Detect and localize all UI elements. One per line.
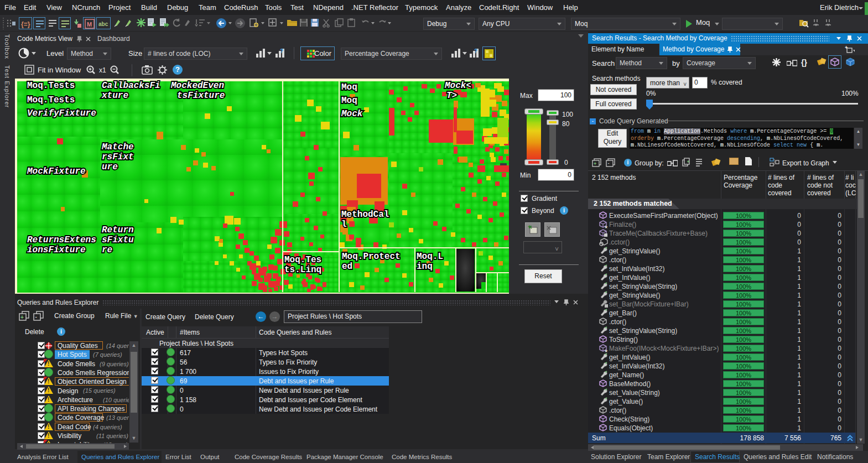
svg-text:xture: xture <box>101 91 128 101</box>
svg-text:+: + <box>20 314 24 320</box>
svg-text:+: + <box>845 45 848 50</box>
svg-text:Moq.Tests: Moq.Tests <box>27 81 75 91</box>
svg-text:ionsFixture: ionsFixture <box>27 245 86 255</box>
svg-text:MockedEven: MockedEven <box>170 81 224 91</box>
svg-text:{=}: {=} <box>21 20 30 28</box>
svg-text:ts.Linq: ts.Linq <box>284 265 321 275</box>
svg-text:rsFixt: rsFixt <box>102 152 134 162</box>
svg-text:Moq.Tes: Moq.Tes <box>284 255 321 265</box>
svg-text:Matche: Matche <box>101 142 134 152</box>
svg-text:?: ? <box>280 48 283 54</box>
svg-text:?: ? <box>474 48 477 54</box>
svg-text:+: + <box>528 224 531 230</box>
svg-text:ure: ure <box>102 162 118 172</box>
svg-text:Moq: Moq <box>341 96 357 106</box>
svg-text:Moq.Tests: Moq.Tests <box>27 95 75 105</box>
svg-text:T>: T> <box>446 91 457 101</box>
svg-text:tsFixture: tsFixture <box>177 91 225 101</box>
svg-text:ed: ed <box>342 262 352 272</box>
svg-text:sFixtu: sFixtu <box>102 235 134 245</box>
svg-text:★: ★ <box>604 348 608 352</box>
svg-text:M: M <box>87 21 92 28</box>
svg-text:re: re <box>102 245 112 255</box>
svg-text:Moq: Moq <box>341 82 357 92</box>
svg-text:-: - <box>35 314 37 320</box>
svg-text:ReturnsExtens: ReturnsExtens <box>27 235 96 245</box>
svg-text:+: + <box>594 161 596 167</box>
svg-text:abc: abc <box>98 21 108 27</box>
svg-text:l: l <box>341 220 347 230</box>
svg-text:Mock<: Mock< <box>444 81 471 91</box>
svg-text:CallbacksFi: CallbacksFi <box>102 81 160 91</box>
svg-text:Moq.Protect: Moq.Protect <box>342 252 401 262</box>
svg-text:VerifyFixture: VerifyFixture <box>27 108 96 118</box>
svg-text:inq: inq <box>417 262 433 272</box>
svg-text:Return: Return <box>102 225 134 235</box>
svg-text:Mock: Mock <box>341 109 363 119</box>
svg-text:MockFixture: MockFixture <box>27 167 86 176</box>
svg-text:Moq.L: Moq.L <box>417 252 443 262</box>
svg-text:★: ★ <box>604 225 608 228</box>
svg-text:MethodCal: MethodCal <box>341 210 389 220</box>
svg-text:-: - <box>608 160 610 166</box>
